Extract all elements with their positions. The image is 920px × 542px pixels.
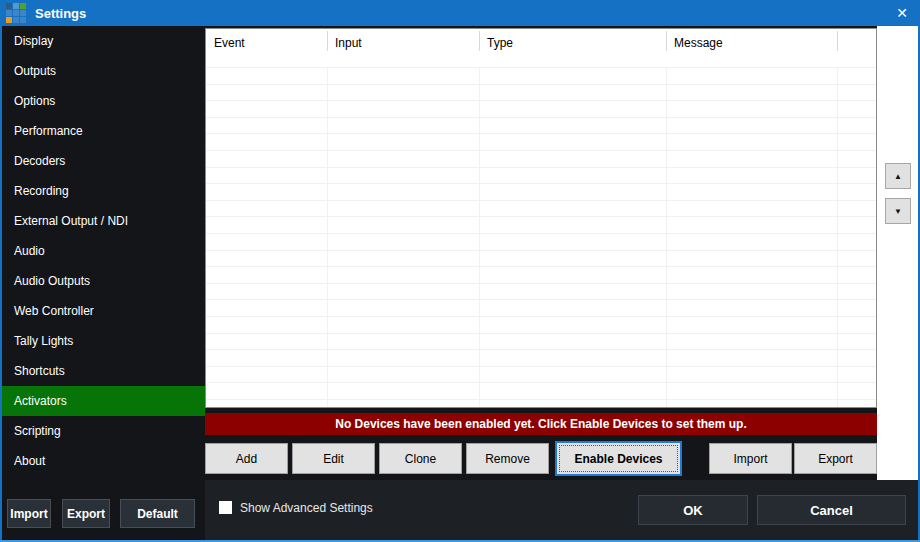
table-header: Event Input Type Message bbox=[206, 29, 876, 67]
export-button[interactable]: Export bbox=[794, 443, 877, 474]
settings-window: Settings ✕ Display Outputs Options Perfo… bbox=[0, 0, 920, 542]
move-up-button[interactable]: ▲ bbox=[885, 163, 911, 189]
add-button[interactable]: Add bbox=[205, 443, 288, 474]
table-body-empty bbox=[206, 67, 876, 407]
sidebar-item-shortcuts[interactable]: Shortcuts bbox=[2, 356, 205, 386]
sidebar-item-external-output-ndi[interactable]: External Output / NDI bbox=[2, 206, 205, 236]
sidebar-item-activators[interactable]: Activators bbox=[2, 386, 205, 416]
sidebar-import-button[interactable]: Import bbox=[7, 499, 51, 528]
clone-button[interactable]: Clone bbox=[379, 443, 462, 474]
sidebar-item-decoders[interactable]: Decoders bbox=[2, 146, 205, 176]
column-header-input: Input bbox=[327, 29, 479, 67]
cancel-button[interactable]: Cancel bbox=[757, 495, 906, 525]
scroll-strip bbox=[877, 26, 918, 480]
sidebar-item-display[interactable]: Display bbox=[2, 26, 205, 56]
sidebar-export-button[interactable]: Export bbox=[62, 499, 110, 528]
sidebar-item-performance[interactable]: Performance bbox=[2, 116, 205, 146]
sidebar-item-outputs[interactable]: Outputs bbox=[2, 56, 205, 86]
column-header-message: Message bbox=[666, 29, 837, 67]
show-advanced-settings-checkbox[interactable] bbox=[219, 501, 232, 514]
ok-button[interactable]: OK bbox=[638, 495, 748, 525]
sidebar-item-audio[interactable]: Audio bbox=[2, 236, 205, 266]
sidebar-item-web-controller[interactable]: Web Controller bbox=[2, 296, 205, 326]
column-header-type: Type bbox=[479, 29, 666, 67]
sidebar-item-options[interactable]: Options bbox=[2, 86, 205, 116]
sidebar-item-tally-lights[interactable]: Tally Lights bbox=[2, 326, 205, 356]
no-devices-warning-banner: No Devices have been enabled yet. Click … bbox=[205, 413, 877, 435]
sidebar-item-recording[interactable]: Recording bbox=[2, 176, 205, 206]
vmix-logo-icon bbox=[6, 3, 27, 24]
edit-button[interactable]: Edit bbox=[292, 443, 375, 474]
sidebar-default-button[interactable]: Default bbox=[120, 499, 195, 528]
show-advanced-settings-label: Show Advanced Settings bbox=[240, 501, 373, 515]
sidebar-item-about[interactable]: About bbox=[2, 446, 205, 476]
close-icon[interactable]: ✕ bbox=[886, 0, 918, 26]
sidebar-item-audio-outputs[interactable]: Audio Outputs bbox=[2, 266, 205, 296]
sidebar-item-scripting[interactable]: Scripting bbox=[2, 416, 205, 446]
move-down-button[interactable]: ▼ bbox=[885, 198, 911, 224]
column-header-event: Event bbox=[206, 29, 327, 67]
import-button[interactable]: Import bbox=[709, 443, 792, 474]
bottom-bar: Show Advanced Settings OK Cancel bbox=[205, 480, 918, 540]
enable-devices-button[interactable]: Enable Devices bbox=[555, 441, 682, 476]
window-title: Settings bbox=[35, 6, 86, 21]
title-bar: Settings ✕ bbox=[0, 0, 920, 26]
activators-table: Event Input Type Message bbox=[205, 28, 877, 408]
remove-button[interactable]: Remove bbox=[466, 443, 549, 474]
